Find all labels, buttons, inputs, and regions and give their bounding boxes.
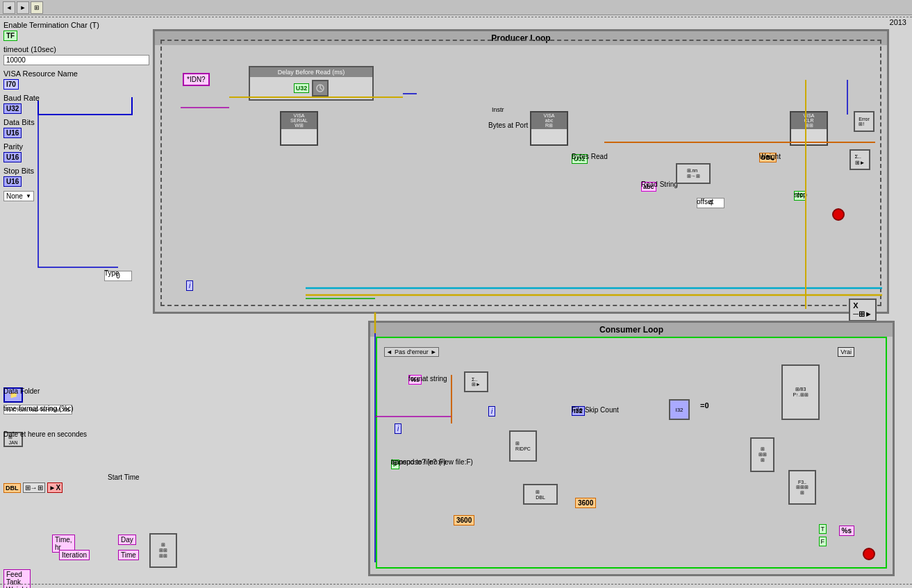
parity-value[interactable]: U16 (3, 152, 22, 162)
val-3600-left[interactable]: 3600 (454, 515, 474, 526)
day-label: Day (118, 535, 136, 545)
stop-button-producer[interactable] (832, 208, 845, 221)
timeout-value[interactable]: 10000 (3, 55, 149, 65)
x-button[interactable]: X─⊞► (849, 299, 877, 321)
toolbar-btn-record[interactable]: ⊞ (31, 1, 43, 14)
i32-compare: I32 (669, 399, 690, 420)
eq-zero: =0 (700, 401, 709, 410)
visa-read-title: VISAabcR⊞ (531, 112, 567, 129)
producer-loop-container: Producer Loop *IDN? Delay Before Read (m… (153, 29, 889, 314)
time-format-group: time format string (%c) %Y.%m.%d-%H%M.xl… (3, 405, 72, 414)
start-time-label: Start Time (108, 473, 140, 481)
none-dropdown-group: None (3, 191, 149, 201)
none-dropdown[interactable]: None (3, 191, 34, 201)
time-format-label: time format string (%c) (3, 405, 74, 412)
visa-resource-value[interactable]: I70 (3, 79, 19, 90)
stop-group: stop TF (794, 191, 806, 199)
ridpc-block: ⊞RIDPC (509, 430, 537, 462)
format-string-label: format string (408, 375, 447, 383)
stop-bits-label: Stop Bits (3, 167, 149, 175)
year-label: 2013 (890, 18, 906, 26)
error-block-producer: Error⊞! (854, 111, 874, 132)
svg-line-2 (320, 88, 322, 90)
compute-block-right: ⊞/83 P↑.⊞⊞ (781, 364, 820, 420)
read-string-group: Read String abc (641, 180, 656, 192)
tf-right-bot: F (819, 537, 827, 546)
timeout-group: timeout (10sec) 10000 (3, 45, 149, 65)
conv-block: ⊞.nn⊞→⊞ (676, 163, 711, 184)
visa-write-title: VISASERIALW⊞ (281, 112, 317, 129)
stop-button-consumer[interactable] (863, 548, 875, 560)
stop-bits-value[interactable]: U16 (3, 176, 22, 187)
iter-i-producer: i (186, 280, 193, 291)
bundle-block: ⊞⊞⊞⊞⊞ (149, 533, 177, 568)
dbl-calc-group: DBL ⊞→⊞ ►X (3, 482, 63, 493)
visa-resource-group: VISA Resource Name I70 (3, 69, 149, 90)
mult-x: ►X (47, 482, 63, 493)
pas-erreur-label: Pas d'erreur (395, 348, 429, 355)
vrai-block: Vrai (838, 347, 854, 357)
stop-bits-group: Stop Bits U16 (3, 167, 149, 187)
delay-icon (312, 80, 329, 96)
toolbar-btn-forward[interactable]: ► (17, 1, 29, 14)
visa-read-block: VISAabcR⊞ (530, 111, 568, 146)
visa-clr-block: VISACLR⊞⊞ (790, 111, 828, 146)
left-panel: Enable Termination Char (T) TF timeout (… (3, 21, 149, 205)
data-folder-label: Data Folder (3, 387, 40, 395)
visa-write-block: VISASERIALW⊞ (280, 111, 318, 146)
weight-group: Weight DBL (759, 153, 777, 161)
data-folder-group: Data Folder 📁 (3, 387, 23, 403)
bytes-read-group: Bytes Read U32 (572, 153, 588, 164)
file-skip-count-group: File Skip Count I32 (572, 406, 585, 414)
weight-label: Weight (759, 153, 781, 160)
consumer-loop-container: Consumer Loop ◄ Pas d'erreur ► Vrai i fo… (368, 321, 895, 576)
iter-i-after-dequeue: i (488, 406, 495, 417)
type-label: Type (104, 269, 119, 277)
array-block: ⊞⊞⊞⊞ (750, 437, 774, 472)
percent-s-right: %s (839, 526, 854, 536)
delay-u32[interactable]: U32 (294, 83, 310, 93)
transpose-text: transpose? (no:F) (391, 458, 446, 466)
parity-group: Parity U16 (3, 142, 149, 162)
visa-clr-title: VISACLR⊞⊞ (791, 112, 827, 129)
parity-label: Parity (3, 142, 149, 151)
offset-label: offset (697, 198, 713, 205)
format-string-group: format string %s (408, 375, 422, 383)
instr-text: Instr (492, 106, 504, 113)
instr-label-diag: Instr (492, 106, 504, 113)
feed-tank-label: Feed Tank Weight (g) (3, 569, 31, 588)
idn-block[interactable]: *IDN? (183, 73, 210, 86)
iteration-label: Iteration (59, 550, 90, 560)
iter-i-consumer: i (395, 423, 401, 434)
bottom-dashed-line (0, 584, 912, 585)
tf-right-top: T (819, 524, 827, 534)
append-label: append to file? (new file:F) transpose? … (391, 458, 399, 469)
data-bits-label: Data Bits (3, 118, 149, 126)
enable-termination-value[interactable]: TF (3, 31, 17, 41)
idn-label: *IDN? (187, 76, 206, 83)
date-heure-label: Date et heure en secondes (3, 430, 87, 438)
read-string-label: Read String (641, 180, 678, 188)
stop-label: stop (794, 191, 807, 199)
consumer-loop-title: Consumer Loop (370, 323, 893, 337)
toolbar-btn-back[interactable]: ◄ (3, 1, 15, 14)
top-dashed-line (0, 17, 912, 17)
dbl-val-bottom[interactable]: DBL (3, 483, 21, 493)
offset-group: offset 4 (697, 198, 724, 208)
data-bits-group: Data Bits U16 (3, 118, 149, 138)
write-block-consumer: F3..⊞⊞⊞⊞ (788, 470, 816, 505)
baud-rate-label: Baud Rate (3, 94, 149, 102)
pas-erreur-select[interactable]: ◄ Pas d'erreur ► (384, 347, 439, 357)
baud-rate-value[interactable]: U32 (3, 103, 22, 114)
baud-rate-group: Baud Rate U32 (3, 94, 149, 114)
timeout-label: timeout (10sec) (3, 45, 149, 53)
vrai-label: Vrai (840, 348, 852, 355)
arrow-right: ⊞→⊞ (23, 482, 45, 493)
data-bits-value[interactable]: U16 (3, 128, 22, 138)
val-3600-mid[interactable]: 3600 (575, 498, 596, 508)
enable-termination-label: Enable Termination Char (T) (3, 21, 149, 29)
delay-block: Delay Before Read (ms) U32 (249, 66, 374, 101)
toolbar: ◄ ► ⊞ (0, 0, 912, 15)
bytes-read-label: Bytes Read (572, 153, 608, 160)
delay-title: Delay Before Read (ms) (250, 67, 372, 77)
